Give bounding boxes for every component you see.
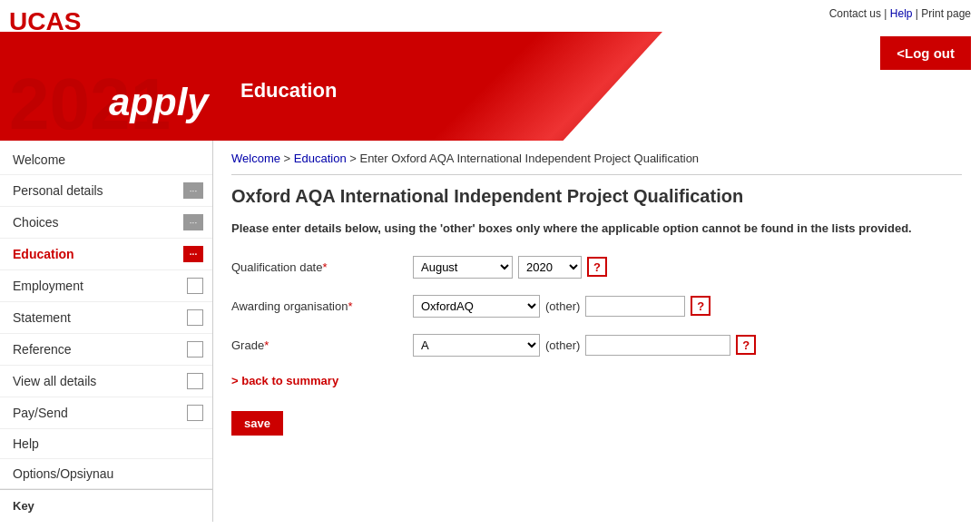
qualification-date-controls: JanuaryFebruaryMarch AprilMayJune JulyAu… <box>413 256 607 279</box>
qualification-date-row: Qualification date* JanuaryFebruaryMarch… <box>231 256 962 279</box>
grade-help-button[interactable]: ? <box>736 335 756 355</box>
breadcrumb-sep2: > <box>349 152 359 165</box>
qualification-date-label: Qualification date* <box>231 260 413 274</box>
page-title: Oxford AQA International Independent Pro… <box>231 186 962 207</box>
choices-icon: ··· <box>183 214 203 230</box>
save-button[interactable]: save <box>231 411 283 436</box>
page-layout: Welcome Personal details ··· Choices ···… <box>0 141 980 522</box>
sidebar-item-pay-send[interactable]: Pay/Send <box>0 397 212 429</box>
reference-checkbox <box>187 341 203 358</box>
grade-row: Grade* A BCDE (other) ? <box>231 334 962 357</box>
pay-send-checkbox <box>187 405 203 421</box>
sidebar-label-statement: Statement <box>13 310 71 325</box>
breadcrumb: Welcome > Education > Enter Oxford AQA I… <box>231 152 962 175</box>
sidebar-item-personal-details[interactable]: Personal details ··· <box>0 175 212 207</box>
education-icon: ··· <box>183 246 203 262</box>
view-all-checkbox <box>187 373 203 389</box>
main-content: Welcome > Education > Enter Oxford AQA I… <box>213 141 980 522</box>
info-text: Please enter details below, using the 'o… <box>231 220 962 238</box>
sidebar-label-help: Help <box>13 436 39 451</box>
sidebar-label-options: Options/Opsiynau <box>13 466 113 481</box>
print-link[interactable]: Print page <box>921 7 971 20</box>
header-title: Education <box>240 79 337 103</box>
sidebar-item-options[interactable]: Options/Opsiynau <box>0 459 212 489</box>
sidebar-item-reference[interactable]: Reference <box>0 334 212 366</box>
statement-checkbox <box>187 309 203 326</box>
grade-other-label: (other) <box>545 338 580 352</box>
key-label: Key <box>13 499 34 513</box>
year-select[interactable]: 201820192020 20212022 <box>518 256 582 279</box>
awarding-org-other-input[interactable] <box>585 296 685 317</box>
month-select[interactable]: JanuaryFebruaryMarch AprilMayJune JulyAu… <box>413 256 513 279</box>
sidebar-item-education[interactable]: Education ··· <box>0 239 212 270</box>
awarding-org-help-button[interactable]: ? <box>691 296 710 316</box>
breadcrumb-education[interactable]: Education <box>294 152 347 165</box>
sidebar-label-choices: Choices <box>13 215 59 230</box>
save-container: save <box>231 411 962 436</box>
top-right-nav: Contact us | Help | Print page <box>829 7 971 20</box>
awarding-organisation-label: Awarding organisation* <box>231 299 413 313</box>
sidebar-label-welcome: Welcome <box>13 152 65 167</box>
contact-link[interactable]: Contact us <box>829 7 881 20</box>
key-section: Key <box>0 489 212 522</box>
awarding-org-select[interactable]: OxfordAQ <box>413 295 540 318</box>
back-to-summary-link[interactable]: > back to summary <box>231 374 338 387</box>
sidebar-label-personal-details: Personal details <box>13 183 103 198</box>
awarding-org-other-label: (other) <box>545 299 580 313</box>
sidebar-item-statement[interactable]: Statement <box>0 302 212 334</box>
sidebar-label-employment: Employment <box>13 279 83 293</box>
grade-controls: A BCDE (other) ? <box>413 334 756 357</box>
breadcrumb-welcome[interactable]: Welcome <box>231 152 280 165</box>
employment-checkbox <box>187 278 203 294</box>
grade-other-input[interactable] <box>585 335 730 356</box>
grade-label: Grade* <box>231 338 413 352</box>
sidebar-label-view-all-details: View all details <box>13 374 96 388</box>
help-link[interactable]: Help <box>890 7 913 20</box>
sidebar-item-view-all-details[interactable]: View all details <box>0 366 212 397</box>
awarding-organisation-controls: OxfordAQ (other) ? <box>413 295 710 318</box>
sidebar: Welcome Personal details ··· Choices ···… <box>0 141 213 522</box>
grade-select[interactable]: A BCDE <box>413 334 540 357</box>
sidebar-label-reference: Reference <box>13 342 72 357</box>
apply-text: apply <box>109 81 209 124</box>
sidebar-item-choices[interactable]: Choices ··· <box>0 207 212 239</box>
sidebar-item-welcome[interactable]: Welcome <box>0 145 212 175</box>
header: UCAS 2021 apply Education Contact us | H… <box>0 0 980 141</box>
sidebar-label-pay-send: Pay/Send <box>13 406 68 420</box>
red-banner: 2021 apply Education <box>0 32 662 141</box>
personal-details-icon: ··· <box>183 182 203 199</box>
awarding-organisation-row: Awarding organisation* OxfordAQ (other) … <box>231 295 962 318</box>
sidebar-item-help[interactable]: Help <box>0 429 212 459</box>
qualification-date-help-button[interactable]: ? <box>587 257 607 277</box>
breadcrumb-sep1: > <box>284 152 294 165</box>
sidebar-label-education: Education <box>13 247 74 261</box>
sidebar-item-employment[interactable]: Employment <box>0 270 212 302</box>
breadcrumb-current: Enter Oxford AQA International Independe… <box>359 152 699 165</box>
logout-button[interactable]: <Log out <box>880 36 971 70</box>
